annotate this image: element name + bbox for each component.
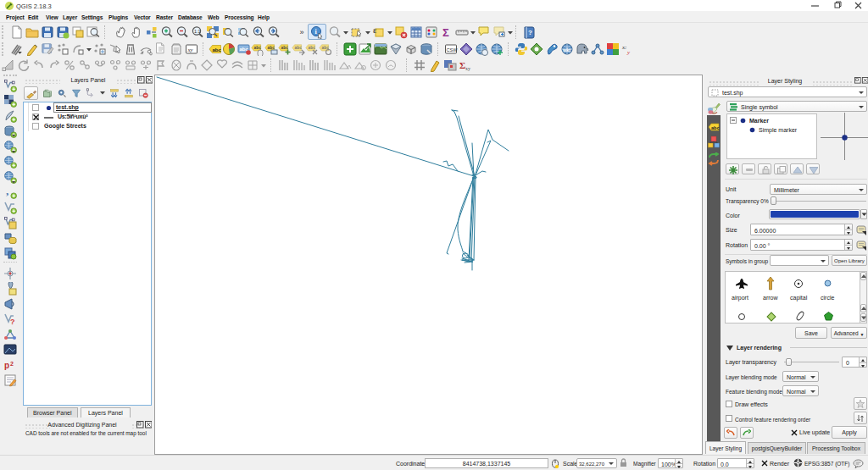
svg-text:wkt: wkt [562, 47, 570, 53]
svg-text:y: y [626, 49, 631, 56]
svg-text:1:1: 1:1 [194, 29, 201, 34]
svg-text:?: ? [528, 29, 532, 36]
svg-text:CSW: CSW [447, 47, 459, 53]
svg-text:?: ? [10, 318, 15, 326]
svg-text:xy: xy [465, 66, 470, 71]
svg-text:,: , [6, 185, 8, 197]
svg-text:abc: abc [711, 125, 719, 130]
svg-text:p: p [4, 361, 9, 370]
svg-text:2: 2 [10, 361, 14, 367]
svg-text:ε: ε [373, 25, 377, 35]
svg-text:x:: x: [621, 44, 626, 51]
svg-text:Σ: Σ [442, 26, 449, 39]
svg-text:xy: xy [187, 47, 194, 53]
